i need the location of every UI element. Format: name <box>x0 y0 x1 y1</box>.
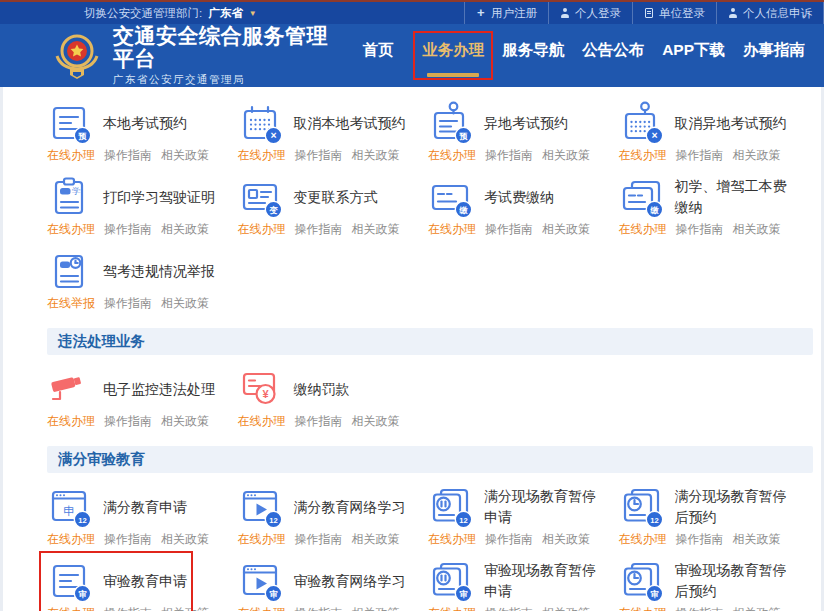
primary-action-link[interactable]: 在线办理 <box>238 221 286 238</box>
operation-guide-link[interactable]: 操作指南 <box>104 295 152 312</box>
window-play-icon: 12 <box>238 484 284 530</box>
service-item: 变变更联系方式在线办理操作指南相关政策 <box>238 174 426 242</box>
related-policy-link[interactable]: 相关政策 <box>542 605 590 611</box>
primary-action-link[interactable]: 在线办理 <box>238 413 286 430</box>
service-title: 取消异地考试预约 <box>675 113 795 134</box>
operation-guide-link[interactable]: 操作指南 <box>676 147 724 164</box>
service-title: 审验教育网络学习 <box>294 571 414 592</box>
service-links: 在线办理操作指南相关政策 <box>619 531 807 548</box>
tab-home[interactable]: 首页 <box>343 31 413 80</box>
primary-action-link[interactable]: 在线举报 <box>47 295 95 312</box>
window-char-icon: 申 12 <box>47 484 93 530</box>
related-policy-link[interactable]: 相关政策 <box>733 531 781 548</box>
operation-guide-link[interactable]: 操作指南 <box>485 531 533 548</box>
svg-text:审: 审 <box>269 589 277 599</box>
operation-guide-link[interactable]: 操作指南 <box>104 605 152 611</box>
tab-business-handling[interactable]: 业务办理 <box>413 31 493 80</box>
service-links: 在线办理操作指南相关政策 <box>238 413 426 430</box>
related-policy-link[interactable]: 相关政策 <box>352 221 400 238</box>
primary-action-link[interactable]: 在线办理 <box>47 147 95 164</box>
related-policy-link[interactable]: 相关政策 <box>161 147 209 164</box>
primary-action-link[interactable]: 在线办理 <box>47 605 95 611</box>
operation-guide-link[interactable]: 操作指南 <box>104 531 152 548</box>
service-links: 在线办理操作指南相关政策 <box>428 221 616 238</box>
primary-action-link[interactable]: 在线办理 <box>238 605 286 611</box>
related-policy-link[interactable]: 相关政策 <box>733 605 781 611</box>
service-item: 缴考试费缴纳在线办理操作指南相关政策 <box>428 174 616 242</box>
tab-service-navigation[interactable]: 服务导航 <box>493 31 573 80</box>
doc-icon: 审 <box>47 558 93 604</box>
service-links: 在线办理操作指南相关政策 <box>47 147 235 164</box>
personal-login-link[interactable]: 个人登录 <box>548 2 632 24</box>
related-policy-link[interactable]: 相关政策 <box>542 531 590 548</box>
primary-action-link[interactable]: 在线办理 <box>238 147 286 164</box>
service-item: ¥缴纳罚款在线办理操作指南相关政策 <box>238 366 426 434</box>
related-policy-link[interactable]: 相关政策 <box>161 605 209 611</box>
operation-guide-link[interactable]: 操作指南 <box>676 605 724 611</box>
service-grid: 申 12满分教育申请在线办理操作指南相关政策 12满分教育网络学习在线办理操作指… <box>3 484 821 611</box>
primary-action-link[interactable]: 在线办理 <box>428 221 476 238</box>
related-policy-link[interactable]: 相关政策 <box>352 605 400 611</box>
primary-action-link[interactable]: 在线办理 <box>619 221 667 238</box>
operation-guide-link[interactable]: 操作指南 <box>295 531 343 548</box>
tab-handling-guide[interactable]: 办事指南 <box>734 31 814 80</box>
primary-action-link[interactable]: 在线办理 <box>238 531 286 548</box>
service-item: 驾考违规情况举报在线举报操作指南相关政策 <box>47 248 235 316</box>
operation-guide-link[interactable]: 操作指南 <box>295 413 343 430</box>
related-policy-link[interactable]: 相关政策 <box>161 413 209 430</box>
primary-action-link[interactable]: 在线办理 <box>619 147 667 164</box>
operation-guide-link[interactable]: 操作指南 <box>295 605 343 611</box>
primary-action-link[interactable]: 在线办理 <box>428 531 476 548</box>
svg-text:学: 学 <box>72 186 81 196</box>
operation-guide-link[interactable]: 操作指南 <box>295 221 343 238</box>
operation-guide-link[interactable]: 操作指南 <box>676 531 724 548</box>
primary-action-link[interactable]: 在线办理 <box>619 605 667 611</box>
related-policy-link[interactable]: 相关政策 <box>352 413 400 430</box>
related-policy-link[interactable]: 相关政策 <box>161 221 209 238</box>
operation-guide-link[interactable]: 操作指南 <box>485 605 533 611</box>
personal-info-appeal-link[interactable]: 个人信息申诉 <box>716 2 824 24</box>
service-links: 在线办理操作指南相关政策 <box>47 221 235 238</box>
service-links: 在线办理操作指南相关政策 <box>238 605 426 611</box>
related-policy-link[interactable]: 相关政策 <box>352 531 400 548</box>
related-policy-link[interactable]: 相关政策 <box>161 531 209 548</box>
region-name: 广东省 <box>208 6 243 21</box>
svg-text:变: 变 <box>268 205 278 215</box>
tab-app-download[interactable]: APP下载 <box>653 31 734 80</box>
related-policy-link[interactable]: 相关政策 <box>542 147 590 164</box>
nav-active-underline <box>748 73 800 77</box>
operation-guide-link[interactable]: 操作指南 <box>485 221 533 238</box>
nav-active-underline <box>587 73 639 77</box>
related-policy-link[interactable]: 相关政策 <box>733 147 781 164</box>
primary-action-link[interactable]: 在线办理 <box>619 531 667 548</box>
svg-text:×: × <box>270 129 276 141</box>
svg-text:申: 申 <box>63 505 75 517</box>
primary-action-link[interactable]: 在线办理 <box>47 531 95 548</box>
primary-action-link[interactable]: 在线办理 <box>428 605 476 611</box>
related-policy-link[interactable]: 相关政策 <box>352 147 400 164</box>
operation-guide-link[interactable]: 操作指南 <box>104 413 152 430</box>
department-switcher[interactable]: 切换公安交通管理部门: 广东省 ▼ <box>84 6 257 21</box>
primary-action-link[interactable]: 在线办理 <box>47 221 95 238</box>
operation-guide-link[interactable]: 操作指南 <box>485 147 533 164</box>
service-grid: 电子监控违法处理在线办理操作指南相关政策 ¥缴纳罚款在线办理操作指南相关政策 <box>3 366 821 440</box>
operation-guide-link[interactable]: 操作指南 <box>104 147 152 164</box>
clock-card-icon: 12 <box>619 484 665 530</box>
service-item: 审审验教育申请在线办理操作指南相关政策 <box>47 558 235 611</box>
tab-announcements[interactable]: 公告公布 <box>573 31 653 80</box>
service-links: 在线办理操作指南相关政策 <box>238 221 426 238</box>
operation-guide-link[interactable]: 操作指南 <box>295 147 343 164</box>
operation-guide-link[interactable]: 操作指南 <box>104 221 152 238</box>
unit-login-link[interactable]: 单位登录 <box>632 2 716 24</box>
related-policy-link[interactable]: 相关政策 <box>542 221 590 238</box>
svg-text:12: 12 <box>650 516 658 525</box>
user-register-link[interactable]: 用户注册 <box>464 2 548 24</box>
related-policy-link[interactable]: 相关政策 <box>733 221 781 238</box>
primary-action-link[interactable]: 在线办理 <box>428 147 476 164</box>
primary-action-link[interactable]: 在线办理 <box>47 413 95 430</box>
related-policy-link[interactable]: 相关政策 <box>161 295 209 312</box>
svg-text:缴: 缴 <box>458 206 468 215</box>
operation-guide-link[interactable]: 操作指南 <box>676 221 724 238</box>
nav-label: APP下载 <box>662 40 725 61</box>
caret-down-icon: ▼ <box>249 9 257 18</box>
